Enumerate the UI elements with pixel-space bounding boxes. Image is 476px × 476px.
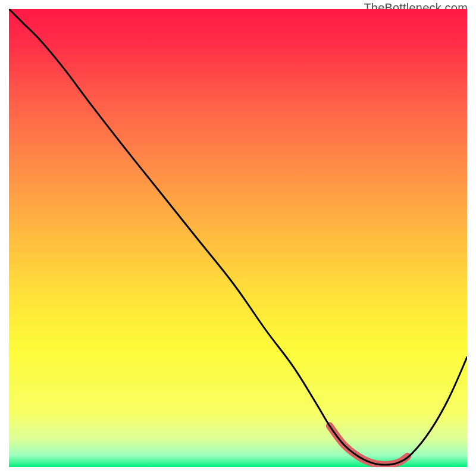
plot-area — [9, 9, 467, 467]
bottleneck-chart: TheBottleneck.com — [0, 0, 476, 476]
bottleneck-curve-line — [9, 9, 467, 465]
thick-segment — [330, 426, 408, 465]
curve-layer — [9, 9, 467, 467]
